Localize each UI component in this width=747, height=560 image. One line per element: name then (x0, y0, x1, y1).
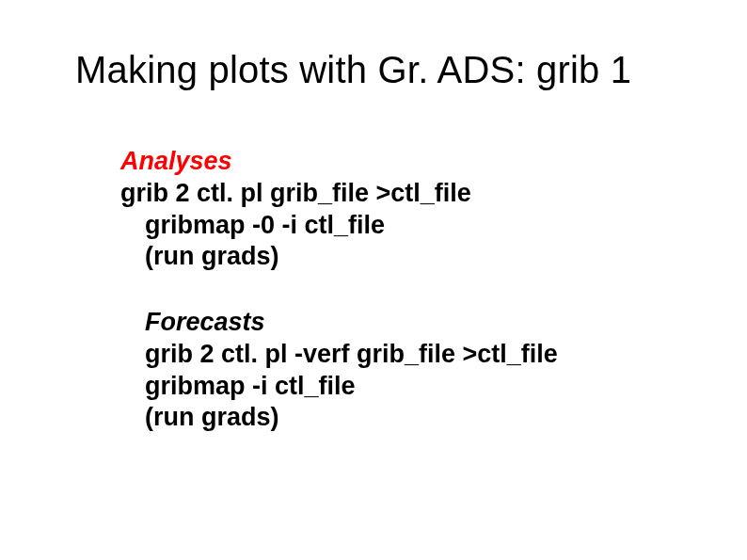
forecasts-cmd-1: grib 2 ctl. pl -verf grib_file >ctl_file (145, 339, 672, 371)
analyses-section: Analyses grib 2 ctl. pl grib_file >ctl_f… (120, 146, 672, 273)
forecasts-heading: Forecasts (145, 307, 672, 339)
forecasts-section: Forecasts grib 2 ctl. pl -verf grib_file… (145, 307, 672, 434)
slide-container: Making plots with Gr. ADS: grib 1 Analys… (0, 0, 747, 560)
slide-title: Making plots with Gr. ADS: grib 1 (75, 49, 672, 91)
analyses-cmd-1: grib 2 ctl. pl grib_file >ctl_file (120, 178, 672, 210)
analyses-cmd-3: (run grads) (145, 241, 672, 273)
forecasts-cmd-3: (run grads) (145, 402, 672, 434)
analyses-cmd-2: gribmap -0 -i ctl_file (145, 210, 672, 242)
analyses-heading: Analyses (120, 146, 672, 178)
forecasts-cmd-2: gribmap -i ctl_file (145, 371, 672, 403)
